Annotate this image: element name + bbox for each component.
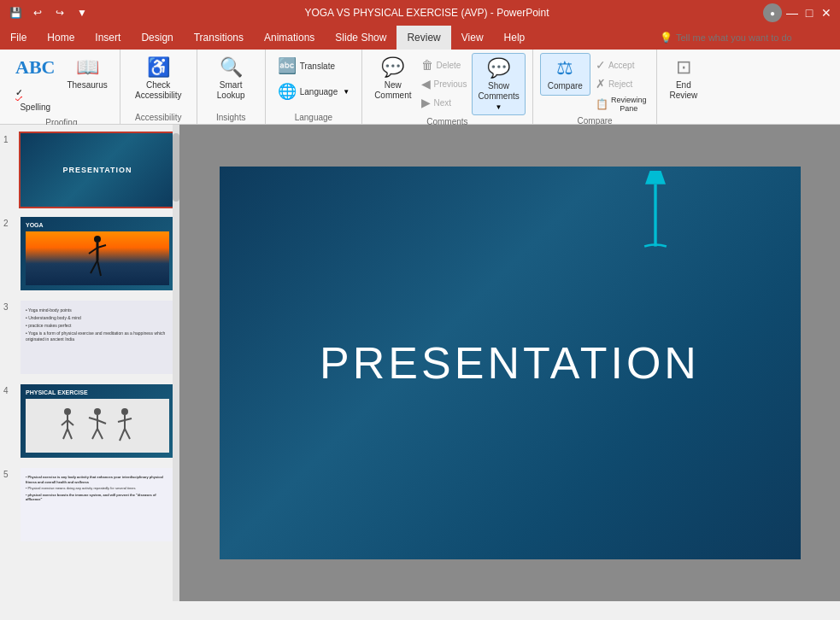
menu-design[interactable]: Design bbox=[131, 26, 183, 50]
reject-button[interactable]: ✗ Reject bbox=[592, 75, 650, 92]
accept-button[interactable]: ✓ Accept bbox=[592, 56, 650, 73]
menu-animations[interactable]: Animations bbox=[254, 26, 325, 50]
menu-file[interactable]: File bbox=[0, 26, 37, 50]
language-button[interactable]: 🌐 Language ▼ bbox=[273, 79, 355, 104]
accessibility-label: Check Accessibility bbox=[135, 80, 181, 101]
slide-thumb-1[interactable]: PRESENTATION bbox=[19, 132, 176, 208]
proofing-buttons: ABC✓ Spelling 📖 Thesaurus bbox=[10, 53, 113, 116]
insights-buttons: 🔍 Smart Lookup bbox=[212, 53, 250, 111]
show-comments-button[interactable]: 💬 Show Comments ▼ bbox=[472, 53, 525, 115]
delete-button[interactable]: 🗑 Delete bbox=[418, 56, 470, 73]
svg-line-21 bbox=[125, 418, 132, 420]
svg-point-12 bbox=[94, 408, 101, 415]
undo-icon[interactable]: ↩ bbox=[29, 4, 46, 21]
slide-item-4[interactable]: 4 PHYSICAL EXERCISE bbox=[3, 383, 176, 459]
language-group-label: Language bbox=[295, 111, 333, 122]
slide5-bullet1: • Physical exercise is any body activity… bbox=[26, 475, 169, 484]
svg-point-18 bbox=[121, 408, 128, 415]
slide-panel: 1 PRESENTATION 2 YOGA bbox=[0, 125, 179, 601]
spelling-button[interactable]: ABC✓ Spelling bbox=[10, 53, 60, 116]
minimize-button[interactable]: — bbox=[785, 6, 799, 20]
slide5-bullet2: • Physical exercise means doing any acti… bbox=[26, 486, 169, 491]
next-button[interactable]: ▶ Next bbox=[418, 94, 470, 111]
slide-item-2[interactable]: 2 YOGA bbox=[3, 215, 176, 292]
translate-button[interactable]: 🔤 Translate bbox=[273, 53, 355, 79]
thesaurus-label: Thesaurus bbox=[67, 80, 107, 91]
ribbon-group-compare: ⚖ Compare ✓ Accept ✗ Reject 📋 Reviewing … bbox=[533, 50, 658, 124]
save-icon[interactable]: 💾 bbox=[7, 4, 24, 21]
slide-number-2: 2 bbox=[3, 215, 14, 228]
scrollbar-track[interactable] bbox=[173, 125, 179, 601]
svg-point-6 bbox=[64, 408, 71, 415]
compare-button[interactable]: ⚖ Compare bbox=[540, 53, 590, 96]
slide-item-3[interactable]: 3 • Yoga mind-body points • Understandin… bbox=[3, 299, 176, 376]
language-buttons: 🔤 Translate 🌐 Language ▼ bbox=[273, 53, 355, 111]
end-review-button[interactable]: ⊡ End Review bbox=[664, 53, 702, 104]
svg-line-15 bbox=[97, 420, 106, 424]
svg-point-0 bbox=[94, 236, 101, 243]
slide-number-3: 3 bbox=[3, 299, 14, 312]
close-button[interactable]: ✕ bbox=[819, 6, 833, 20]
slide-item-5[interactable]: 5 • Physical exercise is any body activi… bbox=[3, 466, 176, 543]
customize-qat-icon[interactable]: ▼ bbox=[73, 4, 91, 21]
smart-lookup-button[interactable]: 🔍 Smart Lookup bbox=[212, 53, 250, 104]
end-review-label: End Review bbox=[669, 80, 697, 101]
ribbon-group-insights: 🔍 Smart Lookup Insights bbox=[197, 50, 266, 124]
menu-home[interactable]: Home bbox=[37, 26, 85, 50]
avatar[interactable]: ● bbox=[763, 3, 782, 22]
slide-item-1[interactable]: 1 PRESENTATION bbox=[3, 132, 176, 208]
previous-button[interactable]: ◀ Previous bbox=[418, 75, 470, 92]
thesaurus-button[interactable]: 📖 Thesaurus bbox=[62, 53, 112, 94]
slide1-preview-text: PRESENTATION bbox=[62, 166, 132, 174]
slide-number-4: 4 bbox=[3, 383, 14, 395]
slide2-title: YOGA bbox=[26, 222, 169, 228]
compare-buttons: ⚖ Compare ✓ Accept ✗ Reject 📋 Reviewing … bbox=[540, 53, 650, 114]
ribbon-group-accessibility: ♿ Check Accessibility Accessibility bbox=[120, 50, 197, 124]
svg-line-5 bbox=[97, 260, 101, 276]
accessibility-buttons: ♿ Check Accessibility bbox=[130, 53, 186, 111]
menu-help[interactable]: Help bbox=[494, 26, 536, 50]
menu-review[interactable]: Review bbox=[397, 26, 450, 50]
svg-line-23 bbox=[125, 429, 130, 439]
svg-line-16 bbox=[92, 429, 97, 439]
menu-transitions[interactable]: Transitions bbox=[184, 26, 254, 50]
slide-thumb-4[interactable]: PHYSICAL EXERCISE bbox=[19, 383, 176, 459]
menu-insert[interactable]: Insert bbox=[85, 26, 131, 50]
slide3-bullet1: • Yoga mind-body points bbox=[26, 307, 169, 313]
menu-tell-me[interactable]: 💡 bbox=[649, 26, 840, 50]
reviewing-pane-button[interactable]: 📋 Reviewing Pane bbox=[592, 94, 650, 114]
accessibility-icon: ♿ bbox=[147, 56, 170, 79]
tell-me-input[interactable] bbox=[676, 32, 830, 43]
slide-thumb-5[interactable]: • Physical exercise is any body activity… bbox=[19, 466, 176, 543]
lightbulb-icon: 💡 bbox=[660, 32, 673, 44]
language-icon: 🌐 bbox=[278, 82, 297, 101]
show-comments-dropdown-icon: ▼ bbox=[496, 103, 502, 111]
svg-line-20 bbox=[118, 420, 125, 422]
delete-icon: 🗑 bbox=[421, 58, 433, 72]
show-comments-icon: 💬 bbox=[487, 57, 510, 79]
maximize-button[interactable]: □ bbox=[802, 6, 816, 20]
svg-line-4 bbox=[91, 260, 97, 273]
ribbon-group-language: 🔤 Translate 🌐 Language ▼ Language bbox=[266, 50, 362, 124]
main-slide: PRESENTATION bbox=[220, 167, 801, 559]
slide-thumb-3[interactable]: • Yoga mind-body points • Understanding … bbox=[19, 299, 176, 376]
delete-label: Delete bbox=[436, 61, 461, 70]
slide3-bullet3: • practice makes perfect bbox=[26, 323, 169, 329]
smart-lookup-icon: 🔍 bbox=[220, 56, 243, 79]
menu-bar: File Home Insert Design Transitions Anim… bbox=[0, 26, 840, 50]
slide3-bullet2: • Understanding body & mind bbox=[26, 315, 169, 321]
slide4-exercise-img bbox=[26, 399, 169, 453]
scrollbar-thumb[interactable] bbox=[173, 133, 179, 202]
spelling-icon: ABC✓ bbox=[15, 56, 55, 101]
ribbon-group-proofing: ABC✓ Spelling 📖 Thesaurus Proofing bbox=[3, 50, 120, 124]
svg-line-14 bbox=[89, 418, 97, 420]
title-bar-left: 💾 ↩ ↪ ▼ bbox=[7, 4, 91, 21]
new-comment-button[interactable]: 💬 New Comment bbox=[369, 53, 416, 104]
menu-view[interactable]: View bbox=[451, 26, 494, 50]
title-bar: 💾 ↩ ↪ ▼ YOGA VS PHYSICAL EXERCISE (AVP) … bbox=[0, 0, 840, 26]
check-accessibility-button[interactable]: ♿ Check Accessibility bbox=[130, 53, 186, 104]
menu-slideshow[interactable]: Slide Show bbox=[325, 26, 397, 50]
slide-thumb-2[interactable]: YOGA bbox=[19, 215, 176, 292]
slide-view[interactable]: PRESENTATION bbox=[179, 125, 840, 601]
redo-icon[interactable]: ↪ bbox=[51, 4, 68, 21]
